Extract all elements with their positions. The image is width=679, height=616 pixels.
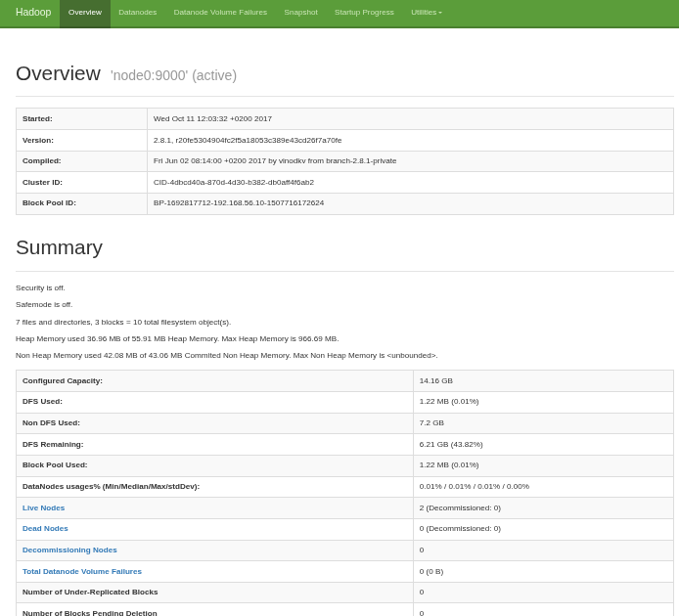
row-label: Block Pool Used: xyxy=(17,455,414,476)
row-label: Compiled: xyxy=(17,151,148,172)
summary-line: Security is off. xyxy=(16,283,674,294)
summary-page-header: Summary xyxy=(16,237,674,272)
row-value: 0 xyxy=(413,603,673,616)
navbar-brand[interactable]: Hadoop xyxy=(16,0,60,28)
row-value: BP-1692817712-192.168.56.10-150771617262… xyxy=(148,193,674,214)
overview-table: Started:Wed Oct 11 12:03:32 +0200 2017Ve… xyxy=(16,108,674,214)
row-label: DFS Remaining: xyxy=(17,434,414,456)
row-link-decommissioning-nodes[interactable]: Decommissioning Nodes xyxy=(23,546,117,554)
table-row: Compiled:Fri Jun 02 08:14:00 +0200 2017 … xyxy=(17,151,674,172)
table-row: Dead Nodes0 (Decommissioned: 0) xyxy=(17,518,674,540)
table-row: DFS Used:1.22 MB (0.01%) xyxy=(17,391,674,413)
row-value: 7.2 GB xyxy=(413,413,673,434)
table-row: Number of Blocks Pending Deletion0 xyxy=(17,603,674,616)
row-link-live-nodes[interactable]: Live Nodes xyxy=(23,504,65,512)
overview-title-text: Overview xyxy=(16,62,101,84)
row-label: DFS Used: xyxy=(17,391,414,413)
table-row: Non DFS Used:7.2 GB xyxy=(17,413,674,434)
navbar-nav: OverviewDatanodesDatanode Volume Failure… xyxy=(60,0,451,28)
row-label: Live Nodes xyxy=(17,498,414,519)
nav-item-startup-progress[interactable]: Startup Progress xyxy=(326,0,402,28)
table-row: Block Pool Used:1.22 MB (0.01%) xyxy=(17,455,674,476)
row-value: 2 (Decommissioned: 0) xyxy=(413,498,673,519)
nav-item-datanode-volume-failures[interactable]: Datanode Volume Failures xyxy=(165,0,276,28)
caret-icon xyxy=(438,12,442,14)
table-row: DFS Remaining:6.21 GB (43.82%) xyxy=(17,434,674,456)
row-label: Block Pool ID: xyxy=(17,193,148,214)
row-label: Number of Under-Replicated Blocks xyxy=(17,582,414,603)
table-row: Cluster ID:CID-4dbcd40a-870d-4d30-b382-d… xyxy=(17,172,674,194)
nav-item-wrap: Datanode Volume Failures xyxy=(165,0,276,28)
row-value: Wed Oct 11 12:03:32 +0200 2017 xyxy=(148,109,674,130)
row-label: Started: xyxy=(17,109,148,130)
row-label: Version: xyxy=(17,129,148,151)
nav-item-utilities[interactable]: Utilities xyxy=(403,0,451,28)
overview-title: Overview 'node0:9000' (active) xyxy=(16,63,674,87)
nav-item-datanodes[interactable]: Datanodes xyxy=(111,0,166,28)
row-link-total-datanode-volume-failures[interactable]: Total Datanode Volume Failures xyxy=(23,567,142,576)
nav-item-wrap: Overview xyxy=(60,0,110,28)
row-value: 2.8.1, r20fe5304904fc2f5a18053c389e43cd2… xyxy=(148,129,674,151)
table-row: Decommissioning Nodes0 xyxy=(17,540,674,561)
table-row: DataNodes usages% (Min/Median/Max/stdDev… xyxy=(17,476,674,498)
nav-item-wrap: Datanodes xyxy=(111,0,166,28)
row-value: Fri Jun 02 08:14:00 +0200 2017 by vinodk… xyxy=(148,151,674,172)
nav-item-wrap: Utilities xyxy=(403,0,451,28)
row-value: 1.22 MB (0.01%) xyxy=(413,391,673,413)
row-label: Configured Capacity: xyxy=(17,371,414,392)
row-value: 0.01% / 0.01% / 0.01% / 0.00% xyxy=(413,476,673,498)
row-value: 1.22 MB (0.01%) xyxy=(413,455,673,476)
nav-item-snapshot[interactable]: Snapshot xyxy=(276,0,327,28)
overview-subtitle: 'node0:9000' (active) xyxy=(111,67,237,83)
table-row: Block Pool ID:BP-1692817712-192.168.56.1… xyxy=(17,193,674,214)
table-row: Total Datanode Volume Failures0 (0 B) xyxy=(17,561,674,583)
row-value: 0 xyxy=(413,540,673,561)
nav-item-overview[interactable]: Overview xyxy=(60,0,110,28)
main-container: Overview 'node0:9000' (active) Started:W… xyxy=(0,63,679,616)
row-label: Dead Nodes xyxy=(17,518,414,540)
table-row: Live Nodes2 (Decommissioned: 0) xyxy=(17,498,674,519)
row-value: 6.21 GB (43.82%) xyxy=(413,434,673,456)
table-row: Started:Wed Oct 11 12:03:32 +0200 2017 xyxy=(17,109,674,130)
row-value: 14.16 GB xyxy=(413,371,673,392)
row-value: 0 (Decommissioned: 0) xyxy=(413,518,673,540)
table-row: Version:2.8.1, r20fe5304904fc2f5a18053c3… xyxy=(17,129,674,151)
table-row: Configured Capacity:14.16 GB xyxy=(17,371,674,392)
row-label: Non DFS Used: xyxy=(17,413,414,434)
summary-title: Summary xyxy=(16,237,674,259)
row-label: Cluster ID: xyxy=(17,172,148,194)
row-value: 0 (0 B) xyxy=(413,561,673,583)
nav-item-wrap: Startup Progress xyxy=(326,0,402,28)
row-label: Decommissioning Nodes xyxy=(17,540,414,561)
table-row: Number of Under-Replicated Blocks0 xyxy=(17,582,674,603)
summary-line: Non Heap Memory used 42.08 MB of 43.06 M… xyxy=(16,350,674,362)
summary-line: Heap Memory used 36.96 MB of 55.91 MB He… xyxy=(16,333,674,345)
row-value: 0 xyxy=(413,582,673,603)
row-label: DataNodes usages% (Min/Median/Max/stdDev… xyxy=(17,476,414,498)
row-label: Number of Blocks Pending Deletion xyxy=(17,603,414,616)
row-link-dead-nodes[interactable]: Dead Nodes xyxy=(23,524,68,533)
summary-lines: Security is off.Safemode is off.7 files … xyxy=(16,283,674,362)
row-value: CID-4dbcd40a-870d-4d30-b382-db0aff4f6ab2 xyxy=(148,172,674,194)
overview-page-header: Overview 'node0:9000' (active) xyxy=(16,63,674,97)
nav-item-wrap: Snapshot xyxy=(276,0,327,28)
row-label: Total Datanode Volume Failures xyxy=(17,561,414,583)
navbar: Hadoop OverviewDatanodesDatanode Volume … xyxy=(0,0,679,28)
summary-line: 7 files and directories, 3 blocks = 10 t… xyxy=(16,317,674,329)
summary-line: Safemode is off. xyxy=(16,299,674,311)
summary-table: Configured Capacity:14.16 GBDFS Used:1.2… xyxy=(16,370,674,616)
